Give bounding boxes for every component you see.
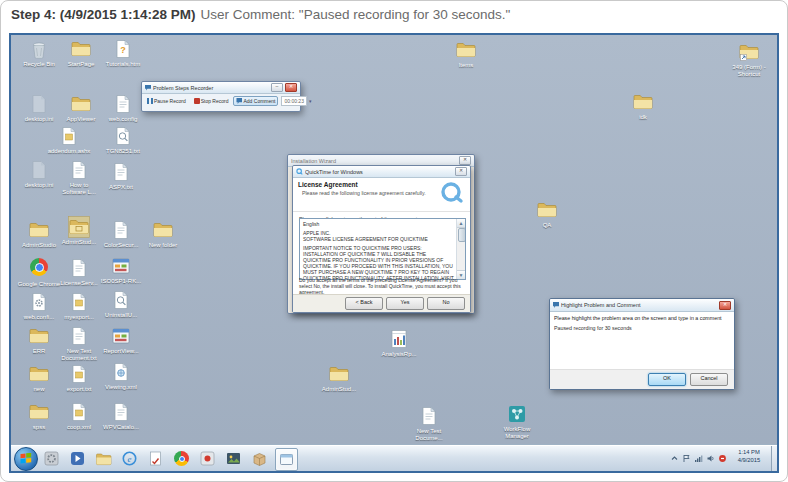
license-textbox[interactable]: EnglishAPPLE INC.SOFTWARE LICENSE AGREEM… [299, 218, 466, 280]
taskbar-button-installer-package[interactable] [249, 448, 270, 469]
desktop-icon-adminstudio[interactable]: AdminStudio [17, 219, 61, 249]
scroll-up-icon[interactable]: ▲ [457, 219, 465, 228]
show-desktop-button[interactable] [771, 446, 777, 471]
taskbar-button-internet-explorer[interactable]: e [119, 448, 140, 469]
chevron-down-icon[interactable]: ▾ [309, 98, 312, 104]
psr-minimize-icon[interactable]: – [271, 83, 283, 92]
desktop-icon-wpvcatalo[interactable]: WPVCatalo... [99, 401, 143, 431]
desktop-icon-tgn8251-txt[interactable]: TGN8251.txt [101, 125, 145, 155]
desktop-surface[interactable]: WorkFlow ManagerNew Test Docume...AdminS… [11, 35, 777, 471]
desktop-icon-label: How to Software L... [57, 182, 101, 196]
desktop-icon-label: TGN8251.txt [101, 148, 145, 155]
comment-input[interactable]: Paused recording for 30 seconds [550, 323, 734, 369]
folder-icon [28, 363, 50, 385]
desktop-icon-label: spss [17, 424, 61, 431]
desktop-icon-web-config[interactable]: web.config [101, 93, 145, 123]
folder-icon [152, 219, 174, 241]
desktop-icon-label: addendum.ashx [47, 148, 91, 155]
quicktime-titlebar: QuickTime for Windows ✕ [293, 166, 470, 178]
add-comment-button[interactable]: Add Comment [233, 96, 278, 106]
yes-button[interactable]: Yes [386, 297, 424, 310]
desktop-icon-spss[interactable]: spss [17, 401, 61, 431]
tray-show-hidden-icons-icon[interactable] [670, 454, 679, 463]
desktop-icon-myexport[interactable]: myexport... [57, 291, 101, 321]
tray-network-icon[interactable] [694, 454, 703, 463]
taskbar-button-recorder-app[interactable] [197, 448, 218, 469]
taskbar-button-windows-explorer[interactable] [93, 448, 114, 469]
desktop-icon-uninstallu[interactable]: UninstallU... [99, 289, 143, 319]
desktop-icon-desktop-ini[interactable]: desktop.ini [17, 93, 61, 123]
taskbar-button-photo-viewer[interactable] [223, 448, 244, 469]
desktop-icon-addendum-ashx[interactable]: addendum.ashx [47, 125, 91, 155]
taskbar-clock[interactable]: 1:14 PM 4/9/2015 [729, 448, 769, 464]
doc-icon [68, 257, 90, 279]
comment-dialog: Highlight Problem and Comment ✕ Please h… [549, 298, 735, 390]
desktop-icon-new-test-docume[interactable]: New Test Docume... [407, 405, 451, 442]
desktop-icon-google-chrome[interactable]: Google Chrome [17, 256, 61, 288]
desktop-icon-err[interactable]: ERR [17, 325, 61, 355]
desktop-icon-export-txt[interactable]: export.txt [57, 363, 101, 393]
start-button[interactable] [14, 447, 38, 471]
taskbar-button-google-chrome[interactable] [171, 448, 192, 469]
desktop-icon-recycle-bin[interactable]: Recycle Bin [17, 38, 61, 68]
desktop-icon-label: StartPage [59, 61, 103, 68]
taskbar-button-steps-recorder[interactable] [41, 448, 62, 469]
license-scrollbar[interactable]: ▲ ▼ [456, 219, 465, 279]
desktop-icon-349-form-shortcut[interactable]: 349 (Form) - Shortcut [727, 41, 771, 78]
cancel-button[interactable]: Cancel [690, 373, 728, 386]
desktop-icon-label: WPVCatalo... [99, 424, 143, 431]
desktop-icon-viewing-xml[interactable]: Viewing.xml [99, 361, 143, 391]
tray-recording-status-icon[interactable] [718, 454, 727, 463]
desktop-icon-label: New folder [141, 242, 185, 249]
desktop-icon-new[interactable]: new [17, 363, 61, 393]
desktop-icon-colorsecur[interactable]: ColorSecur... [99, 219, 143, 249]
doc-gear-icon [28, 291, 50, 313]
pause-record-button[interactable]: Pause Record [144, 96, 189, 106]
desktop-icon-iso0sp1-rk[interactable]: ISO0SP1-RK... [99, 255, 143, 285]
tray-action-center-flag-icon[interactable] [682, 454, 691, 463]
psr-close-icon[interactable]: ✕ [285, 83, 297, 92]
desktop-icon-startpage[interactable]: StartPage [59, 38, 103, 68]
psr-titlebar: Problem Steps Recorder – ✕ [142, 82, 300, 94]
no-button[interactable]: No [427, 297, 465, 310]
desktop-icon-tutorials-htm[interactable]: ?Tutorials.htm [101, 38, 145, 68]
desktop-icon-workflow-manager[interactable]: WorkFlow Manager [495, 403, 539, 440]
desktop-icon-coop-xml[interactable]: coop.xml [57, 401, 101, 431]
pause-icon [147, 98, 153, 104]
desktop-icon-idk[interactable]: idk [621, 91, 665, 121]
desktop-icon-adminstud[interactable]: AdminStud... [317, 363, 361, 393]
desktop-icon-how-to-software-l[interactable]: How to Software L... [57, 159, 101, 196]
desktop-icon-web-confi[interactable]: web.confi... [17, 291, 61, 321]
quicktime-close-icon[interactable]: ✕ [455, 167, 467, 176]
desktop-icon-label: AnalysisRp... [377, 351, 421, 358]
desktop-icon-licenseserv[interactable]: LicenseServ... [57, 257, 101, 287]
wizard-close-icon[interactable]: ✕ [459, 156, 471, 165]
tray-volume-icon[interactable] [706, 454, 715, 463]
scroll-thumb[interactable] [458, 228, 466, 242]
back-button[interactable]: < Back [345, 297, 383, 310]
desktop-icon-adminstud[interactable]: AdminStud... [57, 216, 101, 246]
recycle-icon [28, 38, 50, 60]
taskbar-button-active-window[interactable] [275, 448, 298, 471]
taskbar-button-media-player[interactable] [67, 448, 88, 469]
desktop-icon-analysisrp[interactable]: AnalysisRp... [377, 328, 421, 358]
desktop-icon-reportview[interactable]: ReportView... [99, 325, 143, 355]
step-label: Step 4: (4/9/2015 1:14:28 PM) [11, 7, 196, 22]
desktop-icon-label: desktop.ini [17, 116, 61, 123]
doc-icon [110, 219, 132, 241]
desktop-icon-desktop-ini[interactable]: desktop.ini [17, 159, 61, 189]
system-tray [670, 446, 727, 471]
desktop-icon-qa[interactable]: QA [525, 199, 569, 229]
desktop-icon-new-folder[interactable]: New folder [141, 219, 185, 249]
ok-button[interactable]: OK [648, 373, 686, 386]
stop-record-button[interactable]: Stop Record [191, 96, 232, 106]
desktop-icon-items[interactable]: Items [444, 39, 488, 69]
close-icon[interactable]: ✕ [719, 301, 731, 310]
desktop-icon-label: export.txt [57, 386, 101, 393]
desktop-icon-new-text-document-txt[interactable]: New Text Document.txt [57, 325, 101, 362]
quicktime-title: QuickTime for Windows [305, 169, 453, 175]
desktop-icon-aspx-txt[interactable]: ASPX.txt [99, 161, 143, 191]
taskbar-button-document-viewer[interactable] [145, 448, 166, 469]
desktop-icon-appviewer[interactable]: AppViewer [59, 93, 103, 123]
wizard-footer: < Back Yes No [293, 294, 470, 312]
